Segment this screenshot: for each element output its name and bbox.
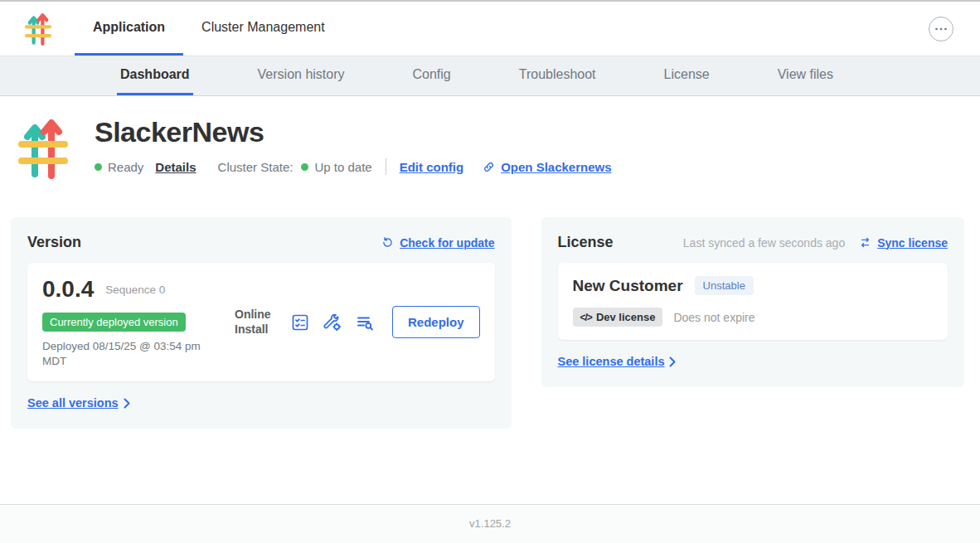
wrench-gear-icon [323, 313, 342, 332]
subnav-troubleshoot[interactable]: Troubleshoot [516, 56, 599, 95]
version-actions: Online Install [235, 306, 480, 338]
cluster-state-label: Cluster State: [218, 160, 294, 174]
version-card-header: Version Check for update [27, 234, 495, 251]
view-logs-button[interactable] [355, 313, 375, 332]
last-synced-label: Last synced a few seconds ago [683, 236, 845, 250]
license-card: License Last synced a few seconds ago Sy… [541, 217, 964, 387]
subnav-license[interactable]: License [661, 56, 713, 95]
app-logo-icon [23, 2, 53, 56]
app-title-block: SlackerNews Ready Details Cluster State:… [95, 116, 612, 175]
subnav-config[interactable]: Config [410, 56, 454, 95]
subnav-view-files[interactable]: View files [774, 56, 837, 95]
subnav-config-label: Config [413, 67, 451, 82]
customer-row: New Customer Unstable [573, 276, 933, 295]
details-link[interactable]: Details [155, 160, 196, 174]
redeploy-button[interactable]: Redeploy [392, 306, 480, 338]
subnav-dashboard[interactable]: Dashboard [117, 56, 193, 95]
subnav-license-label: License [664, 67, 710, 82]
refresh-icon [381, 235, 395, 250]
checklist-icon [290, 313, 310, 332]
version-number: 0.0.4 [42, 276, 94, 303]
subnav-view-files-label: View files [778, 67, 833, 82]
sync-arrows-icon [858, 235, 872, 250]
license-type-label: Dev license [596, 311, 656, 323]
cluster-state-dot [301, 163, 308, 171]
subnav-version-history-label: Version history [258, 67, 345, 82]
chevron-right-icon [669, 356, 676, 367]
code-icon: </> [580, 312, 592, 323]
app-subnav: Dashboard Version history Config Trouble… [0, 56, 980, 96]
deployed-timestamp: Deployed 08/15/25 @ 03:54 pm MDT [42, 339, 218, 368]
chevron-right-icon [124, 398, 130, 409]
version-number-row: 0.0.4 Sequence 0 [42, 276, 235, 303]
subnav-dashboard-label: Dashboard [120, 67, 190, 82]
license-type-row: </> Dev license Does not expire [573, 308, 933, 327]
tab-cluster-management-label: Cluster Management [201, 20, 325, 35]
license-header-right: Last synced a few seconds ago Sync licen… [683, 235, 948, 250]
install-type-label: Online Install [235, 308, 278, 337]
tab-cluster-management[interactable]: Cluster Management [183, 2, 343, 56]
current-version-panel: 0.0.4 Sequence 0 Currently deployed vers… [27, 263, 495, 381]
license-card-title: License [558, 234, 614, 251]
ready-status-dot [95, 163, 102, 171]
config-values-button[interactable] [323, 313, 342, 332]
deployed-badge: Currently deployed version [42, 313, 186, 332]
header-tabs: Application Cluster Management [75, 2, 343, 56]
app-logo-large [17, 116, 70, 184]
edit-config-link[interactable]: Edit config [400, 160, 464, 174]
header-right [929, 2, 980, 56]
customer-name: New Customer [573, 277, 683, 295]
console-version: v1.125.2 [469, 517, 511, 530]
ellipsis-icon [933, 21, 949, 37]
app-header: SlackerNews Ready Details Cluster State:… [0, 96, 980, 184]
main-content: SlackerNews Ready Details Cluster State:… [0, 96, 980, 504]
status-divider [386, 158, 386, 175]
sync-license-link[interactable]: Sync license [858, 235, 948, 250]
subnav-troubleshoot-label: Troubleshoot [519, 67, 596, 82]
footer: v1.125.2 [0, 504, 980, 543]
check-for-update-label: Check for update [400, 236, 494, 250]
release-notes-button[interactable] [290, 313, 310, 332]
cluster-state-value: Up to date [314, 160, 371, 174]
sequence-label: Sequence 0 [105, 284, 165, 296]
version-card: Version Check for update 0.0.4 Sequence [11, 217, 512, 429]
license-details-panel: New Customer Unstable </> Dev license Do… [558, 263, 948, 340]
channel-badge: Unstable [695, 276, 754, 295]
see-license-details-link[interactable]: See license details [558, 355, 677, 368]
ready-status-label: Ready [108, 160, 143, 174]
check-for-update-link[interactable]: Check for update [381, 235, 494, 250]
see-all-versions-link[interactable]: See all versions [27, 396, 130, 410]
admin-console-page: Application Cluster Management Dashboard… [0, 0, 980, 543]
page-title: SlackerNews [95, 116, 612, 148]
tab-application[interactable]: Application [75, 2, 183, 56]
see-all-versions-label: See all versions [27, 396, 119, 410]
dashboard-cards: Version Check for update 0.0.4 Sequence [0, 184, 980, 429]
lines-search-icon [355, 313, 375, 332]
version-info: 0.0.4 Sequence 0 Currently deployed vers… [42, 276, 235, 368]
top-header: Application Cluster Management [0, 2, 980, 56]
open-app-link[interactable]: Open Slackernews [482, 160, 611, 174]
license-card-header: License Last synced a few seconds ago Sy… [558, 234, 948, 251]
sync-license-label: Sync license [877, 236, 948, 250]
license-type-badge: </> Dev license [573, 308, 663, 327]
chain-link-icon [482, 160, 496, 174]
version-card-title: Version [27, 234, 81, 251]
open-app-label: Open Slackernews [501, 160, 611, 174]
see-license-details-label: See license details [558, 355, 665, 368]
subnav-version-history[interactable]: Version history [255, 56, 348, 95]
license-expiry: Does not expire [673, 311, 754, 324]
tab-application-label: Application [93, 20, 165, 35]
more-menu-button[interactable] [929, 17, 953, 41]
status-row: Ready Details Cluster State: Up to date … [95, 158, 612, 175]
